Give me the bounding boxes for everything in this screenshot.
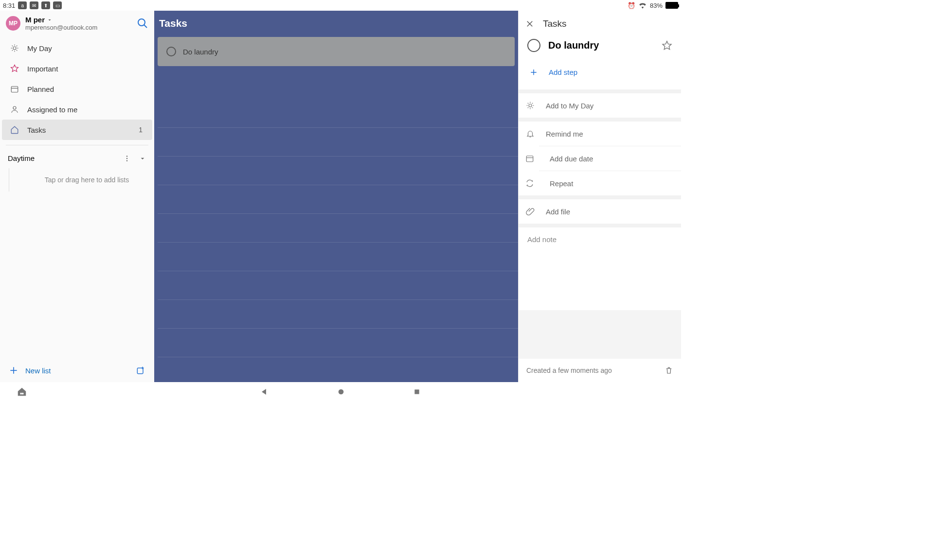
status-bar: 8:31 a ✉ ⬆ ▭ ⏰ 83% (0, 0, 681, 11)
list-group[interactable]: Daytime (0, 148, 154, 168)
svg-point-16 (126, 160, 127, 161)
complete-toggle[interactable] (166, 47, 176, 56)
sidebar-item-assigned[interactable]: Assigned to me (2, 99, 152, 120)
chevron-down-icon (47, 17, 53, 23)
bell-icon (525, 129, 535, 138)
note-input[interactable]: Add note (519, 228, 681, 310)
svg-rect-33 (526, 156, 533, 162)
star-toggle[interactable] (662, 40, 672, 51)
list-title[interactable]: Tasks (154, 11, 518, 37)
sidebar-item-tasks[interactable]: Tasks 1 (2, 120, 152, 140)
group-drop-hint[interactable]: Tap or drag here to add lists (0, 168, 154, 192)
delete-button[interactable] (665, 366, 673, 375)
svg-line-30 (532, 107, 533, 108)
sidebar-item-label: Planned (27, 85, 54, 93)
task-title-input[interactable]: Do laundry (548, 40, 654, 51)
new-list-button[interactable]: New list (25, 367, 51, 375)
account-switcher[interactable]: MP M per mperenson@outlook.com (0, 11, 154, 36)
add-to-my-day-button[interactable]: Add to My Day (519, 93, 681, 118)
status-time: 8:31 (3, 2, 15, 9)
new-group-button[interactable] (136, 366, 145, 375)
task-title: Do laundry (183, 48, 218, 56)
option-label: Add file (546, 208, 570, 216)
sidebar-item-planned[interactable]: Planned (2, 79, 152, 99)
list-background-lines (158, 99, 518, 382)
account-email: mperenson@outlook.com (25, 24, 97, 31)
wifi-icon (638, 2, 647, 9)
person-icon (10, 105, 19, 114)
search-button[interactable] (137, 18, 148, 29)
house-icon[interactable] (17, 386, 27, 397)
add-step-button[interactable]: ＋ Add step (519, 58, 681, 89)
svg-line-10 (17, 46, 18, 47)
status-icon-b: ⬆ (41, 1, 50, 9)
recents-button[interactable] (413, 388, 421, 396)
option-label: Add due date (550, 155, 593, 163)
remind-me-button[interactable]: Remind me (519, 122, 681, 146)
sidebar-item-important[interactable]: Important (2, 58, 152, 79)
complete-toggle[interactable] (527, 39, 540, 52)
option-label: Repeat (550, 179, 573, 188)
svg-line-32 (532, 103, 533, 104)
svg-point-24 (529, 104, 532, 107)
divider (6, 145, 148, 145)
add-file-button[interactable]: Add file (519, 199, 681, 224)
close-icon[interactable] (525, 19, 534, 28)
status-icon-c: ▭ (53, 1, 62, 9)
alarm-icon: ⏰ (628, 2, 635, 9)
add-step-label: Add step (549, 68, 577, 76)
plus-icon: ＋ (528, 65, 539, 79)
attachment-icon (525, 207, 535, 216)
back-button[interactable] (260, 387, 269, 396)
svg-line-31 (528, 107, 529, 108)
android-nav-bar (0, 382, 681, 402)
calendar-icon (10, 85, 19, 93)
repeat-icon (519, 179, 539, 188)
svg-point-36 (22, 393, 24, 395)
svg-rect-38 (414, 389, 419, 394)
status-icon-a: ✉ (30, 1, 38, 9)
svg-line-29 (528, 103, 529, 104)
svg-point-37 (339, 389, 344, 395)
star-icon (10, 64, 19, 73)
svg-line-9 (12, 50, 13, 51)
sidebar-item-label: Important (27, 65, 58, 73)
created-timestamp: Created a few moments ago (526, 367, 612, 374)
group-name: Daytime (8, 154, 35, 162)
task-count: 1 (139, 126, 144, 134)
plus-icon (9, 366, 18, 375)
sidebar-item-my-day[interactable]: My Day (2, 38, 152, 58)
account-name: M per (25, 16, 45, 24)
battery-percent: 83% (650, 2, 663, 9)
home-icon (10, 125, 19, 134)
svg-line-1 (144, 25, 147, 28)
sun-icon (10, 44, 19, 52)
amazon-icon: a (18, 1, 27, 9)
option-label: Add to My Day (546, 102, 593, 110)
task-details-pane: Tasks Do laundry ＋ Add step Add to My Da… (518, 11, 681, 382)
svg-point-13 (13, 106, 16, 109)
details-panel-title: Tasks (543, 18, 567, 29)
task-list-pane: Tasks Do laundry (154, 11, 518, 382)
sidebar-item-label: My Day (27, 44, 52, 52)
svg-line-7 (12, 46, 13, 47)
svg-rect-19 (137, 368, 143, 374)
sidebar-item-label: Assigned to me (27, 105, 77, 114)
calendar-icon (519, 154, 539, 163)
svg-point-14 (126, 156, 127, 157)
svg-line-8 (17, 50, 18, 51)
chevron-down-icon[interactable] (139, 155, 146, 162)
svg-point-15 (126, 158, 127, 158)
home-button[interactable] (337, 388, 345, 396)
sidebar-item-label: Tasks (27, 126, 46, 134)
battery-icon (665, 2, 678, 9)
more-icon[interactable] (123, 155, 131, 162)
add-due-date-button[interactable]: Add due date (539, 146, 681, 171)
option-label: Remind me (546, 130, 583, 138)
task-row[interactable]: Do laundry (158, 37, 515, 66)
avatar: MP (6, 16, 20, 31)
svg-rect-11 (11, 87, 18, 92)
svg-point-0 (138, 19, 145, 26)
repeat-button[interactable]: Repeat (539, 171, 681, 195)
svg-point-2 (13, 47, 16, 50)
